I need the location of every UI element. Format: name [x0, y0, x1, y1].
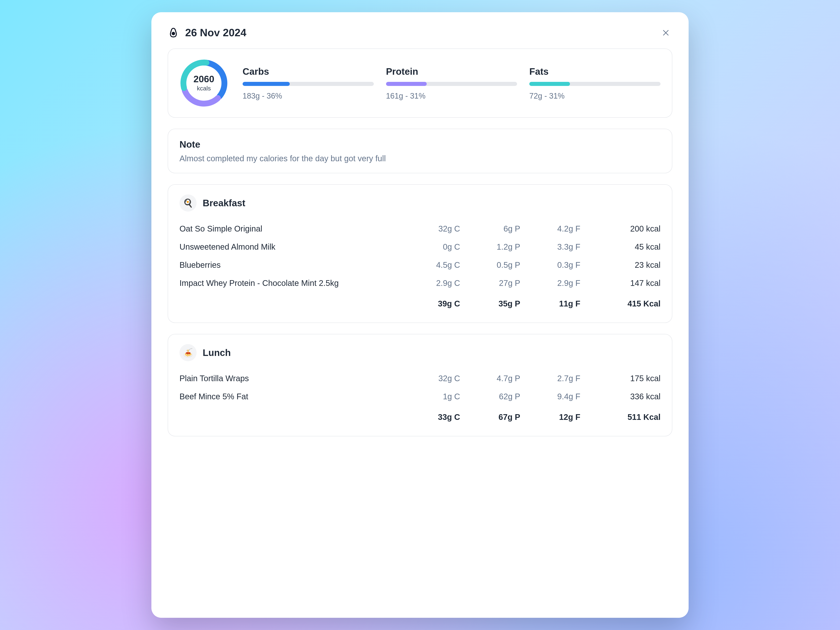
food-carbs: 32g C	[400, 369, 460, 388]
food-protein: 4.7g P	[460, 369, 520, 388]
meal-header: 🍳Breakfast	[180, 195, 660, 212]
total-carbs: 39g C	[400, 292, 460, 313]
food-kcal: 147 kcal	[580, 274, 660, 292]
food-row: Oat So Simple Original32g C6g P4.2g F200…	[180, 220, 660, 238]
note-body: Almost completed my calories for the day…	[180, 154, 660, 163]
food-protein: 27g P	[460, 274, 520, 292]
food-kcal: 200 kcal	[580, 220, 660, 238]
food-protein: 6g P	[460, 220, 520, 238]
macro-carbs: Carbs183g - 36%	[243, 66, 374, 100]
total-fat: 12g F	[520, 405, 580, 426]
meal-card-lunch: 🍝LunchPlain Tortilla Wraps32g C4.7g P2.7…	[168, 334, 672, 436]
food-protein: 0.5g P	[460, 256, 520, 274]
meal-total-row: 39g C35g P11g F415 Kcal	[180, 292, 660, 313]
calories-ring: 2060 kcals	[180, 59, 228, 108]
food-fat: 9.4g F	[520, 388, 580, 405]
macro-detail: 72g - 31%	[529, 92, 660, 100]
macro-label: Carbs	[243, 66, 374, 77]
meal-total-row: 33g C67g P12g F511 Kcal	[180, 405, 660, 426]
food-carbs: 1g C	[400, 388, 460, 405]
food-fat: 2.9g F	[520, 274, 580, 292]
total-kcal: 415 Kcal	[580, 292, 660, 313]
meal-icon: 🍳	[180, 195, 197, 212]
macro-bar	[386, 82, 517, 86]
food-kcal: 45 kcal	[580, 238, 660, 256]
close-button[interactable]	[659, 27, 672, 40]
calories-value: 2060	[194, 74, 214, 84]
food-carbs: 0g C	[400, 238, 460, 256]
date-title: 26 Nov 2024	[185, 27, 246, 39]
macro-label: Fats	[529, 66, 660, 77]
day-log-modal: 26 Nov 2024 2060 kcals Carbs183g - 36%Pr…	[152, 12, 688, 618]
meal-table: Oat So Simple Original32g C6g P4.2g F200…	[180, 220, 660, 313]
macro-detail: 161g - 31%	[386, 92, 517, 100]
total-protein: 35g P	[460, 292, 520, 313]
food-name: Unsweetened Almond Milk	[180, 238, 400, 256]
macro-label: Protein	[386, 66, 517, 77]
food-row: Unsweetened Almond Milk0g C1.2g P3.3g F4…	[180, 238, 660, 256]
food-row: Blueberries4.5g C0.5g P0.3g F23 kcal	[180, 256, 660, 274]
food-fat: 0.3g F	[520, 256, 580, 274]
food-name: Beef Mince 5% Fat	[180, 388, 400, 405]
total-fat: 11g F	[520, 292, 580, 313]
macro-protein: Protein161g - 31%	[386, 66, 517, 100]
macro-detail: 183g - 36%	[243, 92, 374, 100]
food-fat: 3.3g F	[520, 238, 580, 256]
macro-fats: Fats72g - 31%	[529, 66, 660, 100]
meal-title: Lunch	[203, 347, 231, 358]
meal-table: Plain Tortilla Wraps32g C4.7g P2.7g F175…	[180, 369, 660, 426]
food-protein: 62g P	[460, 388, 520, 405]
calories-unit: kcals	[197, 85, 211, 92]
total-carbs: 33g C	[400, 405, 460, 426]
avocado-logo-icon	[168, 27, 179, 38]
total-protein: 67g P	[460, 405, 520, 426]
meal-card-breakfast: 🍳BreakfastOat So Simple Original32g C6g …	[168, 184, 672, 323]
food-fat: 4.2g F	[520, 220, 580, 238]
food-name: Plain Tortilla Wraps	[180, 369, 400, 388]
food-kcal: 23 kcal	[580, 256, 660, 274]
total-kcal: 511 Kcal	[580, 405, 660, 426]
food-carbs: 32g C	[400, 220, 460, 238]
food-name: Oat So Simple Original	[180, 220, 400, 238]
note-title: Note	[180, 139, 660, 150]
food-fat: 2.7g F	[520, 369, 580, 388]
food-protein: 1.2g P	[460, 238, 520, 256]
food-kcal: 175 kcal	[580, 369, 660, 388]
note-card: Note Almost completed my calories for th…	[168, 129, 672, 173]
meal-header: 🍝Lunch	[180, 344, 660, 361]
food-row: Beef Mince 5% Fat1g C62g P9.4g F336 kcal	[180, 388, 660, 405]
meal-title: Breakfast	[203, 198, 245, 209]
food-kcal: 336 kcal	[580, 388, 660, 405]
food-name: Impact Whey Protein - Chocolate Mint 2.5…	[180, 274, 400, 292]
macros-summary-card: 2060 kcals Carbs183g - 36%Protein161g - …	[168, 49, 672, 118]
modal-header: 26 Nov 2024	[168, 27, 672, 39]
food-carbs: 2.9g C	[400, 274, 460, 292]
macro-bar	[529, 82, 660, 86]
svg-point-0	[172, 32, 175, 35]
meal-icon: 🍝	[180, 344, 197, 361]
food-name: Blueberries	[180, 256, 400, 274]
food-row: Plain Tortilla Wraps32g C4.7g P2.7g F175…	[180, 369, 660, 388]
close-icon	[662, 29, 670, 38]
macro-bar	[243, 82, 374, 86]
food-row: Impact Whey Protein - Chocolate Mint 2.5…	[180, 274, 660, 292]
food-carbs: 4.5g C	[400, 256, 460, 274]
